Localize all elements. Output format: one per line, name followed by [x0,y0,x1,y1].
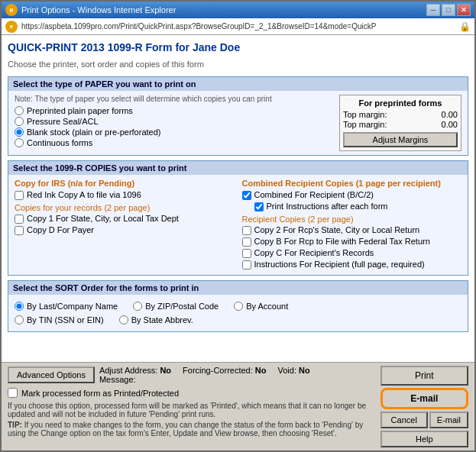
copies-section-header: Select the 1099-R COPIES you want to pri… [8,161,468,175]
top-margin-row2: Top margin: 0.00 [343,120,458,129]
copyb-checkbox[interactable] [242,237,251,247]
action-buttons: Print E-mail Cancel E-mail Help [380,366,468,447]
mark-label: Mark processed form as Printed/Protected [21,389,179,398]
paper-option-blank: Blank stock (plain or pre-perforated) [15,128,333,137]
minimize-button[interactable]: ─ [426,4,440,16]
message-line: Message: [99,375,374,384]
email-small-button[interactable]: E-mail [429,412,468,428]
status-line1: Adjust Address: No Forcing-Corrected: No… [99,366,374,375]
void-value: No [299,366,310,375]
paper-radio-continuous[interactable] [15,138,24,147]
mark-checkbox[interactable] [8,388,18,398]
sort-row2: By TIN (SSN or EIN) By State Abbrev. [15,314,461,326]
top-margin-label1: Top margin: [343,110,387,119]
tip-row: TIP: If you need to make changes to the … [8,421,374,437]
email-button[interactable]: E-mail [380,388,468,409]
ie-icon: e [5,4,18,16]
page-title: QUICK-PRINT 2013 1099-R Form for Jane Do… [8,41,468,53]
sort-section-header: Select the SORT Order for the forms to p… [8,281,468,295]
copies-records-title: Copies for your records (2 per page) [15,203,235,212]
lock-icon: 🔒 [459,21,471,32]
sort-label-last: By Last/Company Name [27,302,118,311]
instructions-checkbox[interactable] [242,260,251,270]
copy2-label: Copy 2 For Rcp's State, City or Local Re… [254,225,420,234]
advanced-options-button[interactable]: Advanced Options [8,366,95,383]
message-label: Message: [99,375,136,384]
recipient-copies-section: Recipient Copies (2 per page) Copy 2 For… [242,215,462,270]
browser-icon: e [5,21,18,33]
page-subtitle: Choose the printer, sort order and copie… [8,60,468,69]
top-margin-label2: Top margin: [343,120,387,129]
maximize-button[interactable]: □ [442,4,455,16]
paper-radio-pressure[interactable] [15,117,24,126]
top-margin-value2: 0.00 [442,120,458,129]
paper-label-blank: Blank stock (plain or pre-perforated) [27,128,160,137]
combined-title: Combined Recipient Copies (1 page per re… [242,179,462,188]
bottom-bar: Advanced Options Adjust Address: No Forc… [2,362,474,450]
sort-zip: By ZIP/Postal Code [133,302,219,311]
help-button[interactable]: Help [380,431,468,447]
paper-label-continuous: Continuous forms [27,138,92,147]
copies-right: Combined Recipient Copies (1 page per re… [242,179,462,271]
close-button[interactable]: ✕ [457,4,471,16]
sort-label-zip: By ZIP/Postal Code [145,302,219,311]
sort-tin: By TIN (SSN or EIN) [15,315,104,324]
paper-option-continuous: Continuous forms [15,138,333,147]
copyc-row: Copy C For Recipient's Records [242,248,462,258]
copy1-checkbox[interactable] [15,215,24,224]
paper-left: Note: The type of paper you select will … [15,95,333,151]
instructions-label: Instructions For Recipient (full page, r… [254,260,425,269]
forcing-label: Forcing-Corrected: No [183,366,266,375]
instructions-row: Instructions For Recipient (full page, r… [242,260,462,270]
cancel-button[interactable]: Cancel [380,412,428,428]
print-instructions-checkbox[interactable] [254,202,264,211]
main-window: e Print Options - Windows Internet Explo… [0,0,476,452]
print-instructions-row: Print Instructions after each form [254,202,462,211]
copyb-row: Copy B For Rcp to File with Federal Tax … [242,237,462,247]
combined-b-checkbox[interactable] [242,191,251,200]
advanced-status-row: Advanced Options Adjust Address: No Forc… [8,366,374,384]
title-bar-left: e Print Options - Windows Internet Explo… [5,4,176,16]
tip-label: TIP: [8,421,22,429]
window-title: Print Options - Windows Internet Explore… [21,5,176,15]
copy1-label: Copy 1 For State, City, or Local Tax Dep… [27,214,179,223]
copies-section: Select the 1099-R COPIES you want to pri… [8,160,468,276]
address-bar: e https://aspbeta.1099pro.com/Print/Quic… [2,18,474,35]
copies-left: Copy for IRS (n/a for Pending) Red Ink C… [15,179,235,271]
copies-irs-title: Copy for IRS (n/a for Pending) [15,179,235,188]
copyc-checkbox[interactable] [242,249,251,258]
sort-radio-state[interactable] [119,315,128,324]
sort-row: By Last/Company Name By ZIP/Postal Code … [15,300,461,312]
paper-radio-preprinted[interactable] [15,106,24,115]
copy-irs-checkbox[interactable] [15,191,24,200]
bottom-left: Advanced Options Adjust Address: No Forc… [8,366,374,437]
paper-option-preprinted: Preprinted plain paper forms [15,106,333,115]
copy-irs-row: Red Ink Copy A to file via 1096 [15,190,235,200]
void-label: Void: No [278,366,310,375]
combined-b-label: Combined For Recipient (B/C/2) [254,190,374,199]
sort-radio-tin[interactable] [15,315,24,324]
sort-label-tin: By TIN (SSN or EIN) [27,315,104,324]
copies-section-body: Copy for IRS (n/a for Pending) Red Ink C… [8,175,468,275]
preprint-title: For preprinted forms [343,98,458,108]
content-area: QUICK-PRINT 2013 1099-R Form for Jane Do… [2,35,474,362]
copyb-label: Copy B For Rcp to File with Federal Tax … [254,237,430,246]
paper-note: Note: The type of paper you select will … [15,95,333,103]
paper-section-header: Select the type of PAPER you want to pri… [8,77,468,91]
adjust-margins-button[interactable]: Adjust Margins [343,132,458,147]
print-button[interactable]: Print [380,366,468,386]
address-text[interactable]: https://aspbeta.1099pro.com/Print/QuickP… [21,22,455,31]
copyd-row: Copy D For Payer [15,225,235,235]
status-info: Adjust Address: No Forcing-Corrected: No… [99,366,374,384]
sort-radio-zip[interactable] [133,302,142,311]
copyd-checkbox[interactable] [15,226,24,235]
sort-radio-last[interactable] [15,302,24,311]
copyc-label: Copy C For Recipient's Records [254,248,374,257]
sort-label-account: By Account [246,302,288,311]
copy-irs-label: Red Ink Copy A to file via 1096 [27,190,141,199]
copy2-checkbox[interactable] [242,226,251,235]
sort-radio-account[interactable] [234,302,243,311]
combined-b-row: Combined For Recipient (B/C/2) [242,190,462,200]
paper-label-preprinted: Preprinted plain paper forms [27,106,133,115]
paper-radio-blank[interactable] [15,128,24,137]
